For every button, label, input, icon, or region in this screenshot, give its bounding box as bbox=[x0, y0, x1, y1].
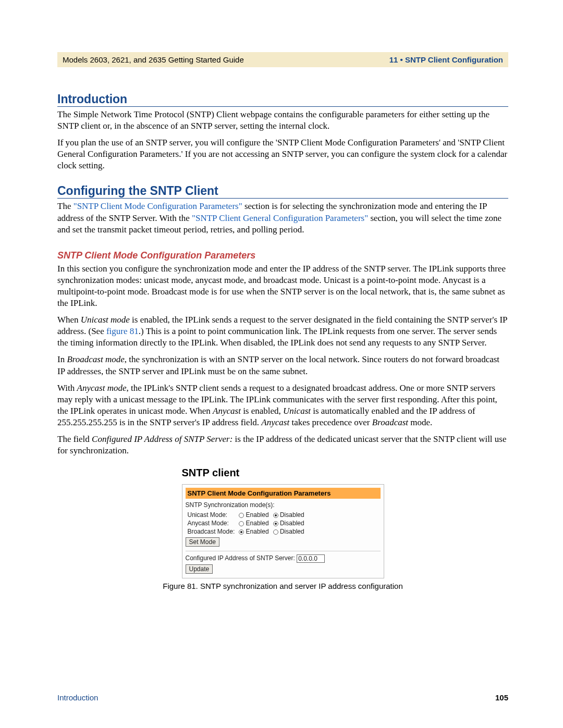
radio-broadcast-disabled[interactable] bbox=[273, 529, 278, 535]
em-anycast3: Anycast bbox=[261, 417, 289, 427]
em-ip-field: Configured IP Address of SNTP Server: bbox=[92, 434, 232, 444]
ip-label: Configured IP Address of SNTP Server: bbox=[186, 554, 295, 562]
mode-name: Broadcast Mode: bbox=[186, 527, 237, 536]
mode-row-unicast: Unicast Mode: Enabled Disabled bbox=[186, 511, 307, 519]
label-enabled: Enabled bbox=[246, 520, 269, 527]
label-disabled: Disabled bbox=[280, 511, 304, 519]
text: In bbox=[57, 354, 67, 364]
modes-table: Unicast Mode: Enabled Disabled Anycast M… bbox=[186, 511, 307, 536]
link-figure-81[interactable]: figure 81 bbox=[106, 326, 139, 336]
page-number: 105 bbox=[495, 693, 508, 702]
header-band: Models 2603, 2621, and 2635 Getting Star… bbox=[57, 52, 508, 67]
header-left: Models 2603, 2621, and 2635 Getting Star… bbox=[63, 55, 244, 64]
em-anycast: Anycast mode bbox=[77, 383, 127, 393]
text: mode. bbox=[408, 417, 432, 427]
em-broadcast2: Broadcast bbox=[372, 417, 408, 427]
ip-line: Configured IP Address of SNTP Server: 0.… bbox=[186, 554, 381, 563]
intro-p1: The Simple Network Time Protocol (SNTP) … bbox=[57, 109, 508, 132]
text: takes precedence over bbox=[289, 417, 372, 427]
mode-p1: In this section you configure the synchr… bbox=[57, 263, 508, 309]
mode-row-broadcast: Broadcast Mode: Enabled Disabled bbox=[186, 527, 307, 536]
mode-p5: The field Configured IP Address of SNTP … bbox=[57, 434, 508, 456]
label-disabled: Disabled bbox=[280, 528, 304, 535]
radio-unicast-enabled[interactable] bbox=[239, 513, 244, 518]
heading-mode-params: SNTP Client Mode Configuration Parameter… bbox=[57, 250, 508, 261]
mode-p2: When Unicast mode is enabled, the IPLink… bbox=[57, 314, 508, 349]
set-mode-button[interactable]: Set Mode bbox=[186, 537, 219, 547]
label-disabled: Disabled bbox=[280, 520, 304, 527]
figure-panel: SNTP Client Mode Configuration Parameter… bbox=[182, 484, 384, 578]
radio-anycast-disabled[interactable] bbox=[273, 521, 278, 526]
figure-title: SNTP client bbox=[182, 467, 384, 479]
mode-name: Anycast Mode: bbox=[186, 519, 237, 527]
label-enabled: Enabled bbox=[246, 511, 269, 519]
header-right: 11 • SNTP Client Configuration bbox=[389, 55, 503, 64]
mode-row-anycast: Anycast Mode: Enabled Disabled bbox=[186, 519, 307, 527]
footer: Introduction 105 bbox=[57, 693, 508, 702]
radio-broadcast-enabled[interactable] bbox=[239, 529, 244, 535]
heading-configuring: Configuring the SNTP Client bbox=[57, 184, 508, 199]
ip-input[interactable]: 0.0.0.0 bbox=[297, 554, 325, 563]
label-enabled: Enabled bbox=[246, 528, 269, 535]
divider bbox=[186, 551, 381, 551]
heading-introduction: Introduction bbox=[57, 92, 508, 107]
em-unicast2: Unicast bbox=[283, 406, 311, 416]
update-button[interactable]: Update bbox=[186, 564, 213, 574]
radio-unicast-disabled[interactable] bbox=[273, 513, 278, 518]
em-anycast2: Anycast bbox=[213, 406, 241, 416]
mode-p4: With Anycast mode, the IPLink's SNTP cli… bbox=[57, 382, 508, 428]
em-broadcast: Broadcast mode bbox=[67, 354, 124, 364]
link-general-params[interactable]: "SNTP Client General Configuration Param… bbox=[192, 213, 368, 223]
panel-heading: SNTP Client Mode Configuration Parameter… bbox=[186, 488, 381, 499]
text: With bbox=[57, 383, 77, 393]
footer-section: Introduction bbox=[57, 693, 98, 702]
radio-anycast-enabled[interactable] bbox=[239, 521, 244, 526]
text: is enabled, bbox=[241, 406, 283, 416]
text: When bbox=[57, 315, 81, 325]
mode-p3: In Broadcast mode, the synchronization i… bbox=[57, 354, 508, 377]
figure-81: SNTP client SNTP Client Mode Configurati… bbox=[182, 467, 384, 578]
link-mode-params[interactable]: "SNTP Client Mode Configuration Paramete… bbox=[74, 201, 242, 211]
mode-name: Unicast Mode: bbox=[186, 511, 237, 519]
figure-caption: Figure 81. SNTP synchronization and serv… bbox=[57, 582, 508, 590]
em-unicast: Unicast mode bbox=[81, 315, 130, 325]
page: Models 2603, 2621, and 2635 Getting Star… bbox=[0, 0, 563, 728]
text: The bbox=[57, 201, 74, 211]
intro-p2: If you plan the use of an SNTP server, y… bbox=[57, 137, 508, 171]
sync-label: SNTP Synchronization mode(s): bbox=[186, 501, 381, 509]
config-p1: The "SNTP Client Mode Configuration Para… bbox=[57, 201, 508, 235]
text: The field bbox=[57, 434, 92, 444]
